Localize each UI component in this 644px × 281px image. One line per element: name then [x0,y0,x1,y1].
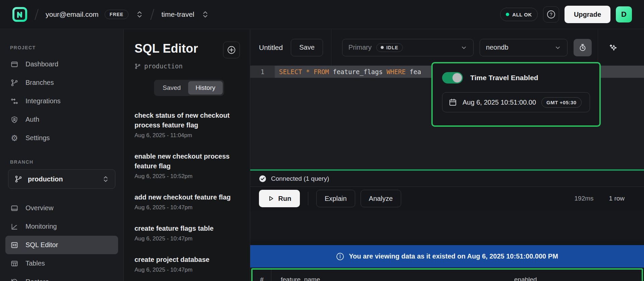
query-duration: 192ms [575,195,594,202]
dashboard-icon [10,60,19,68]
project-name[interactable]: time-travel [161,10,194,18]
tables-icon [10,260,19,268]
results-header-row: # feature_name enabled [253,270,642,281]
status-label: ALL OK [512,12,532,17]
system-status-pill[interactable]: ALL OK [500,8,538,21]
database-name: neondb [486,44,508,51]
saved-history-tabs: Saved History [154,80,224,96]
restore-history-icon [10,278,19,281]
play-icon [268,195,274,202]
panel-branch-name: production [144,62,182,70]
sidebar-item-restore[interactable]: Restore [5,273,118,281]
tab-saved[interactable]: Saved [155,81,188,95]
help-icon: ? [547,10,555,19]
time-travel-datetime-picker[interactable]: Aug 6, 2025 10:51:00.00 GMT +05:30 [442,92,590,112]
actions-divider [308,192,308,205]
topbar-right: ALL OK ? Upgrade D [500,6,632,23]
analyze-button[interactable]: Analyze [361,190,401,207]
explain-button[interactable]: Explain [316,190,355,207]
top-bar: your@email.com FREE time-travel ALL OK [0,0,644,29]
history-item[interactable]: add new checkout feature flag Aug 6, 202… [135,192,240,211]
sidebar-item-dashboard[interactable]: Dashboard [5,55,118,73]
info-icon [336,252,344,261]
breadcrumb-slash [150,9,154,20]
column-header-feature-name: feature_name [271,270,514,281]
timezone-badge: GMT +05:30 [541,97,582,108]
history-item[interactable]: create project database Aug 6, 2025 - 10… [135,255,240,273]
sidebar-item-label: Auth [25,116,39,123]
query-actions-bar: Run Explain Analyze 192ms 1 row [250,187,644,210]
tab-history[interactable]: History [188,81,223,95]
integrations-icon [10,97,19,105]
settings-gear-icon: ⚙ [10,134,19,142]
sidebar-item-branches[interactable]: Branches [5,73,118,92]
panel-branch: production [135,62,240,70]
branch-icon [14,175,22,183]
selected-branch: production [28,175,97,183]
column-header-enabled: enabled [514,270,642,281]
query-tab-title[interactable]: Untitled [259,44,283,52]
sidebar-item-label: SQL Editor [25,241,58,249]
connection-status-bar: Connected (1 query) [250,171,644,187]
sidebar-item-label: Branches [25,79,54,87]
page-title: SQL Editor [135,42,198,56]
banner-message: You are viewing data as it existed on Au… [349,252,558,260]
time-travel-toggle-label: Time Travel Enabled [470,74,538,82]
account-selector-chevrons-icon[interactable] [136,10,143,19]
sidebar-item-sql-editor[interactable]: SQL Editor [5,236,118,254]
account-email[interactable]: your@email.com [46,10,99,18]
history-item[interactable]: check status of new checkout process fea… [135,111,240,139]
run-button[interactable]: Run [259,190,300,207]
connection-status-text: Connected (1 query) [271,175,329,182]
sidebar-item-label: Restore [25,278,49,281]
upgrade-button[interactable]: Upgrade [565,6,610,23]
chevron-down-icon [554,44,561,51]
history-item[interactable]: enable new checkout process feature flag… [135,152,240,180]
row-count: 1 row [609,195,625,202]
time-travel-toggle[interactable] [442,72,463,83]
sql-editor-panel: SQL Editor production Saved History [123,30,250,281]
sidebar-item-auth[interactable]: Auth [5,110,118,129]
history-list: check status of new checkout process fea… [135,111,240,273]
neon-console: your@email.com FREE time-travel ALL OK [0,0,644,281]
help-button[interactable]: ? [543,6,559,22]
sidebar: PROJECT Dashboard Branches [0,30,123,281]
compute-status: IDLE [386,45,398,50]
auth-icon [10,116,19,124]
sidebar-item-label: Integrations [25,97,61,105]
project-selector-chevrons-icon[interactable] [202,10,209,19]
save-button[interactable]: Save [291,39,323,56]
history-item[interactable]: create feature flags table Aug 6, 2025 -… [135,224,240,242]
sidebar-item-overview[interactable]: Overview [5,199,118,217]
database-select[interactable]: neondb [480,39,568,56]
compute-select[interactable]: Primary IDLE [342,39,474,56]
monitoring-icon [10,223,19,231]
plan-badge: FREE [105,10,128,19]
time-travel-popup: Time Travel Enabled Aug 6, 2025 10:51:00… [431,62,601,127]
sidebar-item-monitoring[interactable]: Monitoring [5,217,118,236]
editor-column: Untitled Save Primary IDLE neondb [250,30,644,281]
sidebar-item-label: Tables [25,260,45,267]
time-travel-button[interactable] [574,39,592,56]
results-zone: You are viewing data as it existed on Au… [250,240,644,281]
ai-assistant-button[interactable] [604,39,622,56]
sidebar-item-tables[interactable]: Tables [5,254,118,273]
avatar[interactable]: D [616,6,632,22]
branches-icon [10,79,19,87]
branch-selector-chevrons-icon [102,175,109,183]
toggle-knob [452,73,462,82]
results-table: # feature_name enabled 1 new_checkout_pr… [251,268,643,281]
branch-selector[interactable]: production [8,169,115,189]
sparkle-icon [608,43,618,52]
sidebar-item-integrations[interactable]: Integrations [5,92,118,110]
sidebar-item-settings[interactable]: ⚙ Settings [5,129,118,147]
overview-icon [10,204,19,212]
svg-text:?: ? [550,12,552,17]
time-travel-datetime: Aug 6, 2025 10:51:00.00 [463,99,536,106]
branch-icon [135,63,141,69]
new-query-button[interactable] [223,42,240,58]
neon-logo[interactable] [12,7,28,22]
status-dot [506,13,509,16]
project-section-label: PROJECT [5,45,118,50]
editor-toolbar: Untitled Save Primary IDLE neondb [250,30,644,66]
